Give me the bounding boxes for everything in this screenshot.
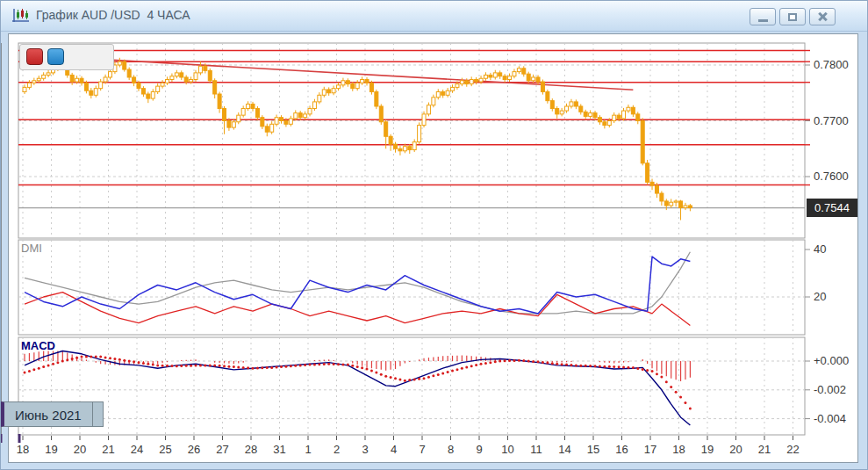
candle-body — [684, 206, 687, 208]
signal-dot — [465, 365, 468, 368]
x-axis-label: 26 — [182, 443, 206, 456]
candle-body — [90, 90, 93, 95]
signal-dot — [603, 365, 606, 368]
signal-dot — [432, 374, 434, 377]
signal-dot — [642, 368, 644, 371]
signal-dot — [95, 356, 97, 358]
signal-dot — [56, 361, 59, 364]
candle-body — [227, 121, 231, 128]
signal-dot — [366, 368, 369, 371]
signal-dot — [284, 365, 287, 368]
signal-dot — [133, 360, 135, 363]
signal-dot — [280, 365, 283, 368]
signal-dot — [199, 364, 202, 366]
candle-body — [137, 83, 140, 88]
signal-dot — [190, 365, 192, 367]
candle-body — [298, 113, 302, 118]
candle-body — [565, 106, 569, 111]
x-axis-label: 18 — [667, 443, 692, 456]
candle-body — [247, 104, 250, 108]
signal-dot — [556, 363, 558, 365]
signal-dot — [504, 359, 506, 362]
candle-body — [284, 121, 288, 125]
x-axis-label: 20 — [68, 443, 92, 456]
signal-dot — [299, 364, 302, 366]
signal-dot — [679, 396, 682, 399]
candle-body — [379, 106, 383, 122]
signal-dot — [61, 360, 64, 363]
signal-dot — [237, 365, 240, 368]
signal-dot — [152, 364, 154, 366]
candle-body — [237, 115, 240, 122]
candle-body — [456, 84, 459, 88]
signal-dot — [147, 363, 149, 365]
signal-dot — [537, 360, 540, 363]
candle-body — [513, 72, 516, 76]
candle-body — [265, 127, 269, 132]
candle-body — [175, 73, 178, 76]
signal-dot — [252, 367, 255, 370]
signal-dot — [180, 365, 183, 367]
candle-body — [365, 80, 369, 83]
signal-dot — [508, 359, 511, 362]
signal-dot — [585, 365, 587, 367]
signal-dot — [518, 359, 520, 362]
candle-body — [208, 70, 212, 80]
signal-dot — [370, 370, 373, 372]
signal-dot — [461, 367, 463, 370]
candle-body — [166, 80, 169, 83]
signal-dot — [290, 365, 292, 367]
x-axis-label: 25 — [154, 443, 178, 456]
candle-body — [37, 78, 40, 81]
y-axis-price-label: 0.7700 — [814, 114, 849, 127]
signal-dot — [684, 401, 686, 404]
signal-dot — [513, 359, 515, 362]
signal-dot — [499, 360, 501, 363]
signal-dot — [441, 372, 444, 374]
signal-dot — [570, 364, 572, 366]
adx-line — [25, 252, 690, 314]
blue-marker-button[interactable] — [47, 48, 64, 65]
candle-body — [603, 122, 606, 126]
red-marker-button[interactable] — [26, 48, 43, 65]
candle-body — [613, 115, 616, 120]
signal-dot — [542, 361, 544, 364]
signal-dot — [456, 368, 458, 371]
candle-body — [432, 98, 435, 105]
x-axis-label: 9 — [467, 443, 491, 456]
signal-dot — [470, 365, 473, 367]
x-axis-label: 19 — [39, 443, 64, 456]
candle-body — [493, 73, 497, 77]
candle-body — [499, 73, 502, 76]
signal-dot — [166, 365, 169, 367]
signal-dot — [81, 356, 83, 358]
candle-body — [674, 201, 678, 202]
candle-body — [109, 72, 112, 77]
candle-body — [536, 77, 540, 82]
candle-body — [127, 69, 131, 77]
candle-body — [361, 80, 364, 83]
signal-dot — [532, 360, 534, 363]
x-axis-label: 21 — [97, 443, 121, 456]
macd-axis-label: +0.000 — [814, 354, 849, 367]
candle-body — [218, 94, 221, 109]
panel-border — [18, 240, 805, 335]
signal-dot — [375, 372, 377, 374]
chart-canvas[interactable] — [1, 1, 868, 470]
candle-body — [517, 69, 520, 72]
x-axis-label: 7 — [410, 443, 434, 456]
candle-body — [660, 193, 664, 201]
signal-dot — [161, 365, 164, 367]
candle-body — [341, 81, 345, 85]
signal-dot — [71, 358, 74, 360]
signal-dot — [347, 364, 349, 366]
signal-dot — [380, 373, 383, 376]
x-axis-label: 11 — [524, 443, 549, 456]
signal-dot — [323, 363, 326, 365]
x-axis-label: 2 — [325, 443, 349, 456]
candle-body — [42, 75, 46, 78]
candle-body — [422, 114, 426, 126]
candle-body — [460, 81, 463, 84]
candle-body — [151, 91, 154, 98]
signal-dot — [333, 363, 335, 365]
